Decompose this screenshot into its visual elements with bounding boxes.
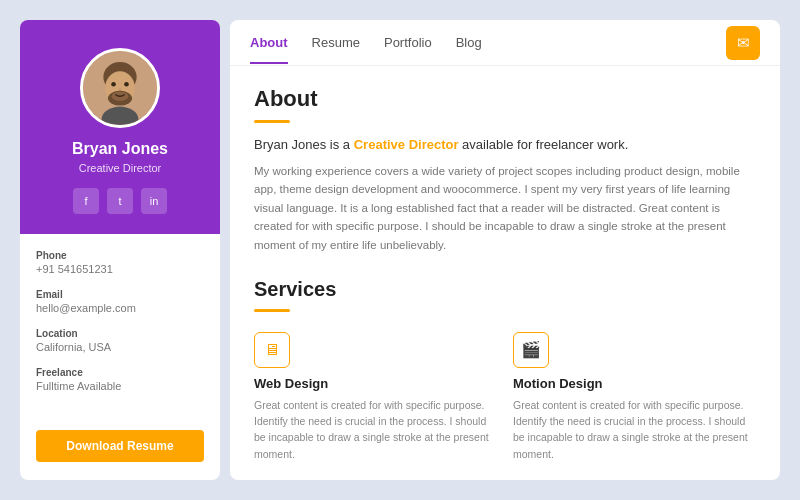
motion-design-icon: 🎬 (513, 332, 549, 368)
email-row: Email hello@example.com (36, 289, 204, 314)
twitter-icon[interactable]: t (107, 188, 133, 214)
freelance-value: Fulltime Available (36, 380, 204, 392)
profile-role: Creative Director (79, 162, 162, 174)
avatar (80, 48, 160, 128)
email-icon: ✉ (737, 34, 750, 52)
facebook-icon[interactable]: f (73, 188, 99, 214)
web-design-name: Web Design (254, 376, 497, 391)
nav-item-about[interactable]: About (250, 21, 288, 64)
sidebar-header: Bryan Jones Creative Director f t in (20, 20, 220, 234)
motion-design-desc: Great content is created for with specif… (513, 397, 756, 462)
services-grid: 🖥 Web Design Great content is created fo… (254, 328, 756, 480)
location-value: California, USA (36, 341, 204, 353)
main-content: About Resume Portfolio Blog ✉ About Brya… (230, 20, 780, 480)
freelance-row: Freelance Fulltime Available (36, 367, 204, 392)
nav-item-portfolio[interactable]: Portfolio (384, 21, 432, 64)
web-design-icon: 🖥 (254, 332, 290, 368)
email-value: hello@example.com (36, 302, 204, 314)
web-design-desc: Great content is created for with specif… (254, 397, 497, 462)
phone-row: Phone +91 541651231 (36, 250, 204, 275)
svg-point-4 (124, 82, 129, 87)
service-card-web: 🖥 Web Design Great content is created fo… (254, 328, 497, 466)
nav-item-blog[interactable]: Blog (456, 21, 482, 64)
nav-bar: About Resume Portfolio Blog ✉ (230, 20, 780, 66)
sidebar: Bryan Jones Creative Director f t in Pho… (20, 20, 220, 480)
linkedin-icon[interactable]: in (141, 188, 167, 214)
motion-design-name: Motion Design (513, 376, 756, 391)
about-title: About (254, 86, 756, 112)
location-label: Location (36, 328, 204, 339)
social-icons-group: f t in (73, 188, 167, 214)
services-underline (254, 309, 290, 312)
sidebar-info: Phone +91 541651231 Email hello@example.… (20, 234, 220, 430)
download-resume-button[interactable]: Download Resume (36, 430, 204, 462)
about-underline (254, 120, 290, 123)
phone-value: +91 541651231 (36, 263, 204, 275)
email-button[interactable]: ✉ (726, 26, 760, 60)
about-intro: Bryan Jones is a Creative Director avail… (254, 137, 756, 152)
page-wrapper: Bryan Jones Creative Director f t in Pho… (20, 20, 780, 480)
svg-point-3 (111, 82, 116, 87)
freelance-label: Freelance (36, 367, 204, 378)
intro-suffix: available for freelancer work. (459, 137, 629, 152)
phone-label: Phone (36, 250, 204, 261)
scroll-area[interactable]: About Bryan Jones is a Creative Director… (230, 66, 780, 480)
profile-name: Bryan Jones (72, 140, 168, 158)
intro-text: Bryan Jones is a (254, 137, 354, 152)
location-row: Location California, USA (36, 328, 204, 353)
highlight-text: Creative Director (354, 137, 459, 152)
service-card-motion: 🎬 Motion Design Great content is created… (513, 328, 756, 466)
email-label: Email (36, 289, 204, 300)
services-title: Services (254, 278, 756, 301)
nav-item-resume[interactable]: Resume (312, 21, 360, 64)
about-body: My working experience covers a wide vari… (254, 162, 756, 254)
